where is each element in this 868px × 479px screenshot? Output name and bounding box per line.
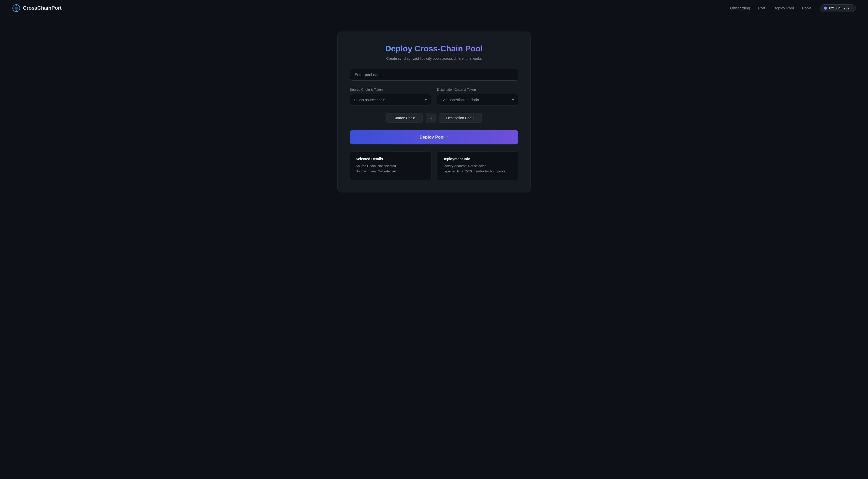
selected-details-title: Selected Details: [356, 157, 426, 161]
source-chain-group: Source Chain & Token Select source chain…: [350, 88, 431, 106]
navbar: CrossChainPort Onboarding Port Deploy Po…: [0, 0, 868, 16]
main-content: Deploy Cross-Chain Pool Create synchroni…: [0, 16, 868, 208]
source-chain-wrapper: Select source chain Ethereum Polygon Arb…: [350, 94, 431, 106]
app-name: CrossChainPort: [23, 5, 62, 11]
source-chain-status: Source Chain: Not selected: [356, 164, 426, 168]
svg-point-1: [15, 7, 18, 10]
destination-chain-tab[interactable]: Destination Chain: [439, 113, 482, 123]
factory-address-status: Factory Address: Not selected: [442, 164, 512, 168]
pool-name-input[interactable]: [350, 69, 518, 81]
info-panels: Selected Details Source Chain: Not selec…: [350, 152, 518, 180]
nav-onboarding[interactable]: Onboarding: [730, 6, 750, 10]
wallet-address: 0xc35f····7920: [829, 6, 851, 10]
nav-port[interactable]: Port: [758, 6, 765, 10]
chain-tabs: Source Chain ⇄ Destination Chain: [350, 113, 518, 123]
source-chain-label: Source Chain & Token: [350, 88, 431, 92]
destination-chain-wrapper: Select destination chain Ethereum Polygo…: [437, 94, 518, 106]
nav-links: Onboarding Port Deploy Pool Pools 0xc35f…: [730, 4, 856, 12]
page-subtitle: Create synchronized liquidity pools acro…: [350, 57, 518, 61]
source-token-status: Source Token: Not selected: [356, 169, 426, 173]
wallet-button[interactable]: 0xc35f····7920: [820, 4, 856, 12]
destination-chain-select[interactable]: Select destination chain Ethereum Polygo…: [437, 94, 518, 106]
source-chain-tab[interactable]: Source Chain: [386, 113, 423, 123]
nav-deploy-pool[interactable]: Deploy Pool: [773, 6, 794, 10]
page-title: Deploy Cross-Chain Pool: [350, 44, 518, 54]
expected-time-status: Expected time: 2-10 minutes for both poo…: [442, 169, 512, 173]
deploy-pool-button[interactable]: Deploy Pool ›: [350, 130, 518, 145]
swap-chains-button[interactable]: ⇄: [426, 113, 436, 123]
logo-icon: [12, 4, 20, 12]
selected-details-panel: Selected Details Source Chain: Not selec…: [350, 152, 431, 180]
app-logo[interactable]: CrossChainPort: [12, 4, 62, 12]
deploy-arrow-icon: ›: [447, 135, 448, 140]
source-chain-select[interactable]: Select source chain Ethereum Polygon Arb…: [350, 94, 431, 106]
swap-icon: ⇄: [429, 116, 432, 121]
deploy-card: Deploy Cross-Chain Pool Create synchroni…: [337, 32, 531, 192]
deploy-pool-label: Deploy Pool: [420, 135, 444, 140]
nav-pools[interactable]: Pools: [802, 6, 812, 10]
destination-chain-group: Destination Chain & Token Select destina…: [437, 88, 518, 106]
chain-selectors: Source Chain & Token Select source chain…: [350, 88, 518, 106]
destination-chain-label: Destination Chain & Token: [437, 88, 518, 92]
wallet-avatar: [824, 7, 827, 10]
deployment-info-panel: Deployment Info Factory Address: Not sel…: [437, 152, 518, 180]
deployment-info-title: Deployment Info: [442, 157, 512, 161]
